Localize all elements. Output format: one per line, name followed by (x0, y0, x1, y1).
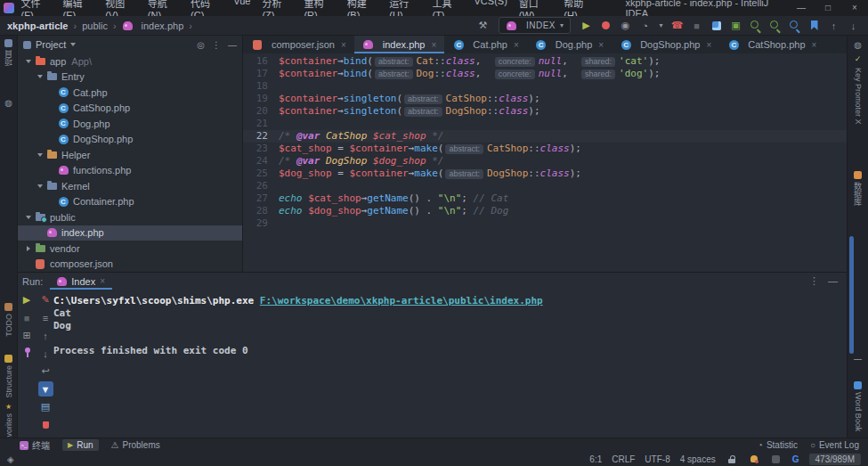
code-line-18[interactable]: 18 (243, 80, 847, 93)
rerun-button[interactable]: ▶ (20, 292, 35, 307)
line-number[interactable]: 27 (243, 192, 279, 205)
hide-panel-icon[interactable]: — (228, 40, 237, 50)
tree-item-app[interactable]: appApp\ (18, 53, 242, 69)
tree-item-Dog.php[interactable]: Dog.php (18, 116, 242, 132)
editor-tab-Cat.php[interactable]: Cat.php× (444, 36, 526, 53)
chevron-down-icon[interactable] (70, 43, 76, 46)
run-console[interactable]: C:\Users\syfxl\scoop\shims\php.exe F:\wo… (53, 295, 543, 357)
write-access-icon[interactable] (726, 453, 738, 465)
run-config-selector[interactable]: INDEX▾ (499, 17, 571, 34)
maximize-icon[interactable]: □ (815, 0, 841, 16)
editor-scrollbar[interactable] (849, 236, 854, 354)
close-icon[interactable]: × (514, 40, 519, 50)
close-icon[interactable]: × (100, 276, 105, 286)
close-icon[interactable]: × (812, 40, 817, 50)
run-toolwindow-button[interactable]: ▶ Run (62, 439, 99, 451)
tool-stripe-word-book[interactable]: Word Book (848, 381, 868, 431)
line-number[interactable]: 24 (243, 155, 279, 168)
close-icon[interactable]: × (706, 40, 711, 50)
restore-layout-button[interactable]: ⊞ (20, 328, 35, 343)
code-line-24[interactable]: 24/* @var DogShop $dog_shop */ (243, 155, 847, 168)
down-stack-trace-button[interactable]: ↓ (38, 346, 53, 361)
tree-item-composer.json[interactable]: composer.json (18, 257, 242, 273)
tree-item-vendor[interactable]: vendor (18, 241, 242, 257)
debug-button[interactable] (598, 18, 613, 33)
close-icon[interactable]: × (598, 40, 604, 50)
profiler-dropdown-icon[interactable]: ▾ (657, 18, 665, 33)
search-everywhere-button[interactable] (787, 18, 802, 33)
line-number[interactable]: 19 (243, 93, 279, 105)
attach-debugger-button[interactable]: ☎ (669, 18, 685, 33)
profiler-button[interactable]: ◔ (637, 18, 653, 33)
line-number[interactable]: 20 (243, 105, 279, 118)
tool-stripe-project[interactable]: 项目 (0, 39, 17, 66)
line-ending[interactable]: CRLF (612, 454, 635, 464)
editor-area[interactable]: composer.json×index.php×Cat.php×Dog.php×… (243, 36, 847, 272)
tree-item-index.php[interactable]: index.php (18, 225, 242, 241)
toolwindow-switcher-icon[interactable]: ◈ (7, 454, 14, 464)
code-line-21[interactable]: 21 (243, 118, 847, 130)
line-number[interactable]: 25 (243, 168, 279, 180)
project-panel-title[interactable]: Project (36, 39, 66, 50)
open-on-device-button[interactable] (709, 18, 724, 33)
line-number[interactable]: 28 (243, 205, 279, 217)
line-number[interactable]: 22 (243, 130, 279, 143)
minimize-icon[interactable]: — (788, 0, 815, 16)
replace-in-files-button[interactable] (767, 18, 783, 33)
line-number[interactable]: 17 (243, 68, 279, 80)
stripe-dash-icon[interactable]: — (848, 355, 868, 364)
tree-item-functions.php[interactable]: functions.php (18, 163, 242, 179)
code-line-17[interactable]: 17$container→bind(abstract:Dog::class, c… (243, 68, 847, 80)
soft-wrap-button[interactable]: ↩ (38, 364, 53, 379)
notifications-icon[interactable] (748, 453, 760, 465)
code-area[interactable]: 16$container→bind(abstract:Cat::class, c… (243, 53, 847, 230)
caret-position[interactable]: 6:1 (589, 454, 602, 464)
indent-style[interactable]: 4 spaces (680, 454, 716, 464)
terminal-toolwindow-button[interactable]: >_ 终端 (20, 438, 50, 452)
code-line-25[interactable]: 25$dog_shop = $container→make(abstract:D… (243, 168, 847, 180)
tree-item-Entry[interactable]: Entry (18, 69, 242, 86)
run-button[interactable]: ▶ (579, 18, 594, 33)
breadcrumb-item[interactable]: index.php (122, 20, 184, 31)
reader-mode-icon[interactable] (770, 453, 783, 465)
run-with-coverage-button[interactable]: ◉ (618, 18, 633, 33)
tree-item-Cat.php[interactable]: Cat.php (18, 85, 242, 101)
line-number[interactable]: 21 (243, 118, 279, 130)
stop-button[interactable]: ■ (689, 18, 704, 33)
line-number[interactable]: 26 (243, 180, 279, 192)
editor-tab-DogShop.php[interactable]: DogShop.php× (612, 36, 719, 53)
tool-stripe-structure[interactable]: Structure (0, 355, 17, 398)
tool-stripe-key-promoter[interactable]: Key Promoter X (848, 68, 868, 125)
editor-tab-index.php[interactable]: index.php× (354, 36, 445, 53)
code-line-28[interactable]: 28echo $dog_shop→getName() . "\n"; // Do… (243, 205, 847, 217)
line-number[interactable]: 16 (243, 55, 279, 68)
close-icon[interactable]: × (432, 40, 437, 50)
pin-tab-button[interactable] (20, 346, 35, 361)
stop-process-button[interactable]: ■ (20, 310, 35, 325)
code-line-26[interactable]: 26 (243, 180, 847, 192)
hide-run-panel-icon[interactable]: — (828, 275, 838, 287)
tool-stripe-todo[interactable]: TODO (0, 303, 17, 337)
code-line-22[interactable]: 22/* @var CatShop $cat_shop */ (243, 130, 847, 143)
edit-configuration-button[interactable]: ✎ (38, 292, 53, 307)
problems-toolwindow-button[interactable]: ⚠ Problems (111, 440, 160, 450)
memory-indicator[interactable]: 473/989M (809, 454, 861, 465)
panel-options-icon[interactable]: ⋮ (212, 40, 221, 50)
encoding[interactable]: UTF-8 (645, 454, 669, 464)
find-in-files-button[interactable] (748, 18, 763, 33)
code-line-16[interactable]: 16$container→bind(abstract:Cat::class, c… (243, 55, 847, 68)
close-icon[interactable]: × (341, 40, 346, 50)
capture-screenshot-button[interactable]: ▣ (728, 18, 743, 33)
tree-item-Kernel[interactable]: Kernel (18, 178, 242, 194)
editor-tab-Dog.php[interactable]: Dog.php× (527, 36, 612, 53)
stripe-gear-icon[interactable]: ◍ (848, 40, 868, 50)
event-log-toolwindow-button[interactable]: ○ Event Log (810, 440, 859, 450)
show-options-menu-button[interactable]: ≡ (38, 310, 53, 325)
scroll-to-end-button[interactable]: ▼ (38, 381, 53, 397)
tool-stripe-database[interactable]: 数据库 (848, 171, 868, 206)
tree-item-Container.php[interactable]: Container.php (18, 194, 242, 210)
inspections-ok-icon[interactable]: ✓ (848, 54, 868, 63)
run-tab-index[interactable]: Index × (50, 273, 112, 290)
editor-tab-composer.json[interactable]: composer.json× (243, 36, 354, 53)
locate-file-icon[interactable]: ◎ (197, 40, 205, 50)
